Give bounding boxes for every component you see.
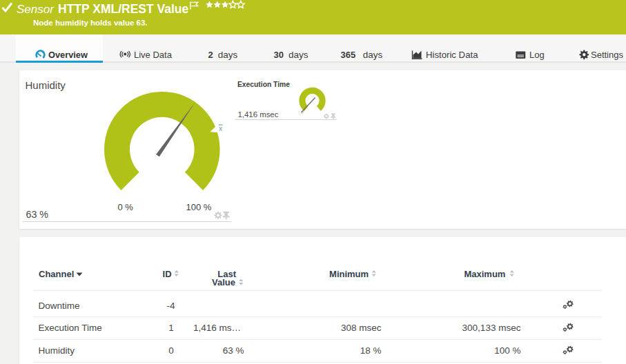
svg-text:x: x bbox=[219, 125, 222, 132]
